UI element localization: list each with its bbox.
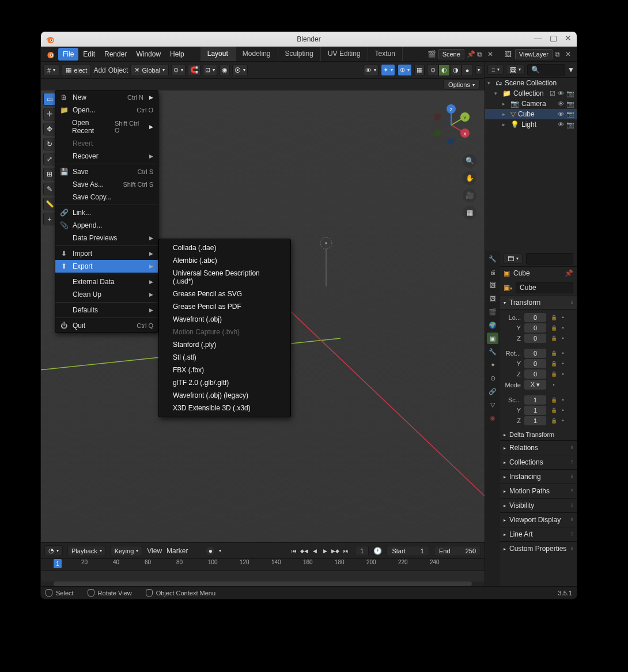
outliner[interactable]: ▾🗂Scene Collection ▾📁Collection ☑👁📷 ▸📷Ca… xyxy=(485,78,577,251)
tab-object[interactable]: ▣ xyxy=(487,333,498,344)
file-menu-open-[interactable]: 📁Open...Ctrl O xyxy=(55,104,158,116)
tab-render[interactable]: 🖨 xyxy=(487,266,498,278)
options-button[interactable]: Options ▾ xyxy=(443,80,480,90)
editor-type-button[interactable]: #▾ xyxy=(43,65,59,76)
timeline-view-menu[interactable]: View xyxy=(147,547,162,555)
file-menu-clean-up[interactable]: Clean Up▶ xyxy=(55,288,158,301)
playback-menu[interactable]: Playback ▾ xyxy=(67,546,106,556)
tab-tool[interactable]: 🔧 xyxy=(487,253,498,265)
perspective-button[interactable]: ▦ xyxy=(463,206,476,220)
outliner-search[interactable]: 🔍 xyxy=(527,64,565,75)
export-collada-dae-[interactable]: Collada (.dae) xyxy=(159,241,290,254)
visibility-button[interactable]: 👁▾ xyxy=(363,65,379,76)
tab-physics[interactable]: ⊙ xyxy=(487,372,498,384)
outliner-filter-icon[interactable]: ▼ xyxy=(568,66,574,74)
file-menu-new[interactable]: 🗎NewCtrl N▶ xyxy=(55,91,158,104)
copy-scene-icon[interactable]: ⧉ xyxy=(477,50,485,58)
panel-instancing[interactable]: ▸Instancing⠿ xyxy=(500,469,577,484)
outliner-item-cube[interactable]: ▸▽Cube👁📷 xyxy=(485,109,577,119)
timeline-type[interactable]: ◔▾ xyxy=(44,545,63,556)
clock-icon[interactable]: 🕐 xyxy=(373,547,382,555)
rotation-mode[interactable]: X ▾ xyxy=(524,380,546,390)
tool-measure[interactable]: 📏 xyxy=(43,198,56,210)
menu-window[interactable]: Window xyxy=(131,48,165,61)
menu-file[interactable]: File xyxy=(58,48,78,61)
tool-add[interactable]: ＋ xyxy=(43,213,56,225)
export-alembic-abc-[interactable]: Alembic (.abc) xyxy=(159,254,290,267)
current-frame-field[interactable]: 1 xyxy=(355,546,369,556)
export-grease-pencil-as-svg[interactable]: Grease Pencil as SVG xyxy=(159,288,290,300)
tab-data[interactable]: ▽ xyxy=(487,399,498,410)
export-x3d-extensible-3d-x3d-[interactable]: X3D Extensible 3D (.x3d) xyxy=(159,402,290,414)
gizmo-button[interactable]: ✦▾ xyxy=(381,64,395,76)
nav-gizmo[interactable]: X Y Z xyxy=(428,102,474,148)
file-menu-save-as-[interactable]: Save As...Shift Ctrl S xyxy=(55,178,158,191)
panel-custom-properties[interactable]: ▸Custom Properties⠿ xyxy=(500,541,577,556)
title-bar[interactable]: Blender — ▢ ✕ xyxy=(41,32,577,47)
file-menu-external-data[interactable]: External Data▶ xyxy=(55,275,158,288)
viewlayer-icon[interactable]: 🖼 xyxy=(505,50,513,58)
panel-collections[interactable]: ▸Collections⠿ xyxy=(500,455,577,469)
outliner-type[interactable]: ≡▾ xyxy=(487,65,504,75)
xray-button[interactable]: ▦ xyxy=(414,64,425,76)
tool-move[interactable]: ✥ xyxy=(43,123,56,135)
tab-output[interactable]: 🖼 xyxy=(487,280,498,291)
remove-viewlayer-icon[interactable]: ✕ xyxy=(565,50,573,58)
outliner-display[interactable]: 🖼▾ xyxy=(506,65,525,75)
export-wavefront-obj-legacy-[interactable]: Wavefront (.obj) (legacy) xyxy=(159,389,290,402)
tool-annotate[interactable]: ✎ xyxy=(43,183,56,195)
tool-rotate[interactable]: ↻ xyxy=(43,138,56,150)
tool-scale[interactable]: ⤢ xyxy=(43,153,56,165)
timeline-ruler[interactable]: 1 20406080100120140160180200220240 xyxy=(41,559,485,571)
outliner-item-camera[interactable]: ▸📷Camera👁📷 xyxy=(485,99,577,109)
export-universal-scene-description-usd-[interactable]: Universal Scene Description (.usd*) xyxy=(159,267,290,288)
camera-view-button[interactable]: 🎥 xyxy=(463,188,476,202)
tab-material[interactable]: ◉ xyxy=(487,412,498,424)
tab-constraints[interactable]: 🔗 xyxy=(487,386,498,397)
export-fbx-fbx-[interactable]: FBX (.fbx) xyxy=(159,364,290,376)
file-menu-quit[interactable]: ⏻QuitCtrl Q xyxy=(55,319,158,332)
file-menu-data-previews[interactable]: Data Previews▶ xyxy=(55,232,158,244)
menu-object[interactable]: Object xyxy=(108,66,128,74)
export-gltf-2-0-glb-gltf-[interactable]: glTF 2.0 (.glb/.gltf) xyxy=(159,376,290,389)
keying-menu[interactable]: Keying ▾ xyxy=(111,546,143,556)
snap-button[interactable]: 🧲 xyxy=(188,64,200,76)
tab-textun[interactable]: Textun xyxy=(368,47,403,61)
remove-scene-icon[interactable]: ✕ xyxy=(487,50,495,58)
timeline-marker-menu[interactable]: Marker xyxy=(167,547,188,555)
file-menu-save-copy-[interactable]: Save Copy... xyxy=(55,191,158,203)
tab-world[interactable]: 🌍 xyxy=(487,319,498,331)
close-button[interactable]: ✕ xyxy=(563,33,573,43)
play[interactable]: ▶ xyxy=(320,546,330,556)
file-menu-append-[interactable]: 📎Append... xyxy=(55,219,158,232)
props-type[interactable]: 🗔▾ xyxy=(504,254,523,264)
timeline-scrollbar[interactable] xyxy=(54,582,472,586)
browse-scene-icon[interactable]: 🎬 xyxy=(428,50,436,58)
file-menu-export[interactable]: ⬆Export▶ xyxy=(55,260,158,273)
tab-layout[interactable]: Layout xyxy=(200,47,236,61)
export-stl-stl-[interactable]: Stl (.stl) xyxy=(159,351,290,364)
file-menu-defaults[interactable]: Defaults▶ xyxy=(55,304,158,316)
tab-particles[interactable]: ✦ xyxy=(487,359,498,371)
file-menu-open-recent[interactable]: Open RecentShift Ctrl O▶ xyxy=(55,116,158,137)
scene-selector[interactable]: Scene xyxy=(438,49,464,59)
tab-modifiers[interactable]: 🔧 xyxy=(487,346,498,357)
3d-viewport[interactable]: ▭ ✛ ✥ ↻ ⤢ ⊞ ✎ 📏 ＋ X Y Z xyxy=(41,90,485,542)
keyframe-next[interactable]: ▶◆ xyxy=(331,546,340,556)
keyframe-prev[interactable]: ◆◀ xyxy=(300,546,309,556)
workspace-tabs[interactable]: LayoutModelingSculptingUV EditingTextun xyxy=(200,47,403,61)
file-menu-recover[interactable]: Recover▶ xyxy=(55,150,158,163)
tab-uv editing[interactable]: UV Editing xyxy=(321,47,368,61)
blender-icon[interactable] xyxy=(46,49,56,59)
tool-cursor[interactable]: ✛ xyxy=(43,108,56,120)
delta-transform[interactable]: ▸Delta Transform xyxy=(500,429,577,440)
panel-line-art[interactable]: ▸Line Art⠿ xyxy=(500,527,577,541)
orientation-selector[interactable]: ⤧ Global ▾ xyxy=(130,64,169,76)
file-menu-link-[interactable]: 🔗Link... xyxy=(55,206,158,219)
start-frame-field[interactable]: Start 1 xyxy=(387,546,429,556)
export-grease-pencil-as-pdf[interactable]: Grease Pencil as PDF xyxy=(159,300,290,313)
tab-viewlayer[interactable]: 🖼 xyxy=(487,293,498,304)
panel-motion-paths[interactable]: ▸Motion Paths⠿ xyxy=(500,484,577,498)
menu-edit[interactable]: Edit xyxy=(78,48,100,61)
prop-edit-button[interactable]: ◉ xyxy=(220,64,230,76)
